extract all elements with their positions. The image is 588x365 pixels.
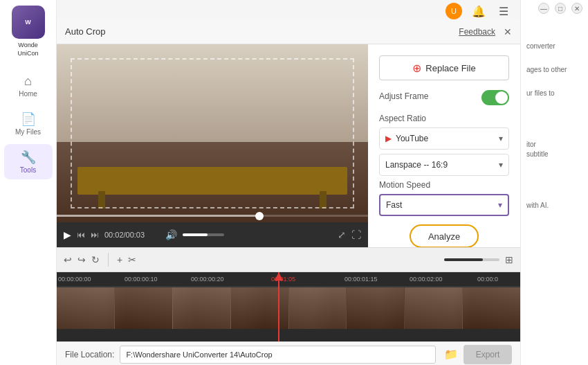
- refresh-button[interactable]: ↻: [91, 254, 100, 265]
- motion-dropdown-arrow: ▾: [498, 200, 502, 210]
- ruler-tick-1: 00:00:00:10: [125, 276, 158, 283]
- tools-icon: 🔧: [21, 150, 36, 165]
- cut-button[interactable]: ✂: [128, 254, 136, 265]
- panel-titlebar: Auto Crop Feedback ✕: [57, 19, 520, 44]
- timeline-ruler: 00:00:00:00 00:00:00:10 00:00:00:20 00:0…: [57, 272, 520, 286]
- youtube-option-label: YouTube: [396, 134, 428, 143]
- timeline-bottom: [57, 329, 520, 341]
- replace-file-label: Replace File: [425, 63, 475, 73]
- user-avatar[interactable]: U: [445, 3, 462, 19]
- video-strip: [57, 287, 520, 329]
- video-progress-bg: [57, 215, 368, 217]
- ruler-tick-6: 00:00:0: [477, 276, 498, 283]
- video-progress-fill: [57, 215, 259, 217]
- youtube-dropdown-arrow: ▾: [499, 134, 503, 143]
- replace-icon: ⊕: [412, 62, 421, 75]
- folder-icon[interactable]: 📁: [444, 348, 458, 361]
- myfiles-icon: 📄: [21, 112, 36, 127]
- ruler-tick-5: 00:00:02:00: [410, 276, 443, 283]
- window-controls: — □ ✕: [538, 3, 582, 14]
- timeline-track: 00:00:00:00 00:00:00:10 00:00:00:20 00:0…: [57, 272, 520, 341]
- minimize-button[interactable]: —: [538, 3, 549, 14]
- analyze-label: Analyze: [428, 231, 460, 242]
- ruler-tick-0: 00:00:00:00: [58, 276, 91, 283]
- app-name: Wonde UniCon: [17, 42, 38, 57]
- progress-handle[interactable]: [255, 212, 264, 220]
- right-panel-text2: ages to other: [526, 65, 582, 75]
- youtube-icon: ▶: [385, 134, 392, 143]
- adjust-frame-label: Adjust Frame: [379, 91, 428, 101]
- panel-title: Auto Crop: [65, 26, 106, 37]
- playback-bar: ▶ ⏮ ⏭ 00:02/00:03 🔊 ⤢ ⛶: [57, 222, 368, 247]
- autocrop-panel: Auto Crop Feedback ✕ ⊕ Replace File Adju: [57, 19, 520, 365]
- zoom-fill: [444, 258, 483, 261]
- motion-speed-dropdown[interactable]: Fast ▾: [379, 194, 509, 216]
- ruler-tick-3: 00:01:05: [271, 276, 295, 283]
- panel-close-button[interactable]: ✕: [504, 26, 512, 37]
- window-topbar: U 🔔 ☰ — □ ✕: [0, 0, 588, 19]
- time-display: 00:02/00:03: [104, 231, 160, 239]
- timeline-toolbar: ↩ ↪ ↻ + ✂ ⊞: [57, 247, 520, 272]
- home-icon: ⌂: [24, 74, 32, 89]
- sidebar: W Wonde UniCon ⌂ Home 📄 My Files 🔧 Tools: [0, 0, 57, 365]
- right-panel-text4: itor subtitle: [526, 140, 582, 159]
- sidebar-item-home-label: Home: [19, 90, 37, 98]
- fullscreen-controls: ⤢ ⛶: [338, 229, 361, 240]
- right-panel-text5: with AI.: [526, 201, 582, 211]
- undo-button[interactable]: ↩: [64, 254, 72, 265]
- add-button[interactable]: +: [117, 254, 122, 265]
- next-button[interactable]: ⏭: [91, 230, 99, 240]
- right-panel-text3: ur files to: [526, 89, 582, 98]
- right-panel: converter ages to other ur files to itor…: [520, 0, 588, 365]
- controls-area: ⊕ Replace File Adjust Frame Aspect Ratio…: [368, 44, 520, 224]
- analyze-button[interactable]: Analyze: [410, 224, 479, 248]
- prev-button[interactable]: ⏮: [77, 230, 85, 240]
- play-button[interactable]: ▶: [64, 229, 71, 240]
- file-location-label: File Location:: [65, 350, 114, 359]
- sidebar-item-myfiles-label: My Files: [15, 128, 41, 136]
- volume-slider[interactable]: [183, 233, 224, 236]
- volume-fill: [183, 233, 208, 236]
- header-icons: U 🔔 ☰: [445, 3, 512, 19]
- bell-icon[interactable]: 🔔: [470, 3, 487, 19]
- landscape-option-label: Lanspace -- 16:9: [385, 160, 448, 170]
- landscape-dropdown[interactable]: Lanspace -- 16:9 ▾: [379, 154, 509, 176]
- landscape-dropdown-arrow: ▾: [499, 160, 503, 170]
- right-panel-text1: converter: [526, 42, 582, 51]
- motion-speed-value: Fast: [386, 200, 402, 210]
- sidebar-item-tools-label: Tools: [20, 166, 36, 174]
- fullscreen-icon2[interactable]: ⛶: [351, 229, 361, 240]
- motion-speed-label: Motion Speed: [379, 180, 509, 190]
- ruler-tick-2: 00:00:00:20: [191, 276, 224, 283]
- video-area: [57, 44, 368, 222]
- aspect-ratio-label: Aspect Ratio: [379, 114, 509, 123]
- maximize-button[interactable]: □: [555, 3, 566, 14]
- youtube-dropdown[interactable]: ▶ YouTube ▾: [379, 127, 509, 150]
- export-button[interactable]: Export: [463, 345, 512, 364]
- export-label: Export: [476, 350, 500, 359]
- menu-icon[interactable]: ☰: [495, 3, 512, 19]
- feedback-link[interactable]: Feedback: [459, 27, 495, 37]
- toolbar-separator: [108, 253, 109, 267]
- zoom-slider[interactable]: [444, 258, 499, 261]
- sidebar-item-myfiles[interactable]: 📄 My Files: [4, 106, 53, 141]
- replace-file-button[interactable]: ⊕ Replace File: [379, 55, 509, 80]
- ruler-tick-4: 00:00:01:15: [344, 276, 378, 283]
- timeline-playhead: [278, 272, 279, 341]
- logo-text: W: [25, 19, 31, 26]
- crop-overlay: [71, 58, 354, 208]
- toolbar-right: ⊞: [444, 254, 513, 265]
- fullscreen-icon1[interactable]: ⤢: [338, 229, 346, 240]
- adjust-frame-toggle[interactable]: [481, 90, 509, 105]
- adjust-frame-row: Adjust Frame: [379, 90, 509, 105]
- close-window-button[interactable]: ✕: [571, 3, 582, 14]
- zoom-fit-icon[interactable]: ⊞: [505, 254, 513, 265]
- file-location-bar: File Location: 📁 Export: [57, 341, 520, 365]
- file-location-input[interactable]: [120, 346, 436, 364]
- redo-button[interactable]: ↪: [77, 254, 86, 265]
- sidebar-item-tools[interactable]: 🔧 Tools: [4, 144, 53, 179]
- volume-icon[interactable]: 🔊: [165, 229, 177, 240]
- sidebar-item-home[interactable]: ⌂ Home: [4, 69, 53, 103]
